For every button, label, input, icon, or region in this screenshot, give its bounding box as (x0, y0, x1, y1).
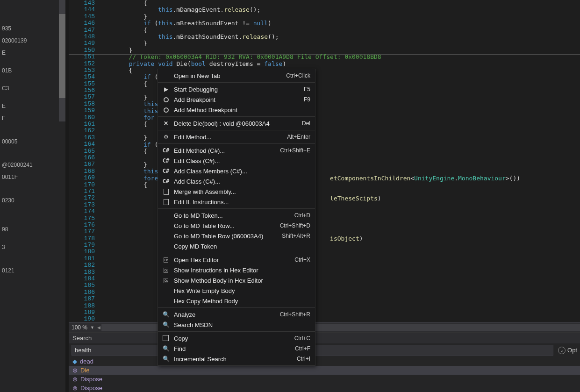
search-result-item[interactable]: ◆dead (69, 357, 580, 366)
blank-icon (162, 211, 170, 220)
tree-item[interactable]: 0121 (0, 266, 65, 275)
menu-item[interactable]: C#Edit Method (C#)...Ctrl+Shift+E (158, 145, 315, 156)
menu-item-label: Show Instructions in Hex Editor (174, 267, 310, 274)
blank-icon (162, 286, 170, 295)
tree-item[interactable] (0, 155, 65, 157)
sidebar-scrollbar-thumb[interactable] (59, 14, 65, 98)
tree-item[interactable]: 00005 (0, 137, 65, 146)
tree-item[interactable] (0, 185, 65, 187)
tree-item[interactable]: C3 (0, 84, 65, 93)
line-number: 183 (69, 269, 95, 276)
csharp-icon: C# (162, 157, 170, 165)
menu-item[interactable]: C#Add Class Members (C#)... (158, 166, 315, 176)
tree-item[interactable] (0, 220, 65, 221)
menu-item[interactable]: Hex Write Empty Body (158, 285, 315, 296)
menu-item[interactable]: Open in New TabCtrl+Click (158, 71, 315, 81)
tree-item[interactable]: @02000241 (0, 161, 65, 169)
tree-item[interactable]: 01B (0, 66, 65, 75)
menu-item-label: Analyze (174, 311, 280, 318)
menu-item-shortcut: Ctrl+Shift+R (280, 311, 310, 318)
code-line[interactable]: { (100, 0, 580, 7)
code-line[interactable]: { (100, 27, 580, 34)
code-line[interactable]: if (this.mBreathSoundEvent != null) (100, 20, 580, 27)
tree-item[interactable]: E (0, 102, 65, 110)
line-number: 143 (69, 0, 95, 7)
assembly-tree-panel[interactable]: 93502000139E01BC3EF00005@020002410011F02… (0, 0, 65, 392)
tree-item[interactable]: 935 (0, 24, 65, 33)
tree-item[interactable] (0, 78, 65, 80)
menu-item-label: Start Debugging (174, 86, 304, 93)
menu-item[interactable]: Go to MD Table Row (060003A4)Shift+Alt+R (158, 231, 315, 241)
tree-item[interactable] (0, 261, 65, 263)
tree-item[interactable]: 0230 (0, 196, 65, 205)
tree-item[interactable]: 3 (0, 243, 65, 251)
zoom-level[interactable]: 100 % (72, 324, 87, 331)
tree-item[interactable] (0, 208, 65, 210)
tree-item[interactable] (0, 237, 65, 239)
tree-item[interactable] (0, 96, 65, 98)
tree-item[interactable] (0, 150, 65, 151)
menu-item[interactable]: ⚙Edit Method...Alt+Enter (158, 132, 315, 142)
menu-item-label: Hex Write Empty Body (174, 287, 310, 294)
menu-item-shortcut: Ctrl+F (295, 345, 310, 352)
menu-item[interactable]: 🔍FindCtrl+F (158, 343, 315, 354)
menu-item-label: Copy (174, 335, 294, 342)
menu-item[interactable]: Merge with Assembly... (158, 186, 315, 197)
search-icon: 🔍 (162, 344, 170, 353)
menu-item[interactable]: 🔍Search MSDN (158, 320, 315, 330)
tree-item[interactable]: E (0, 49, 65, 57)
menu-item[interactable]: Copy MD Token (158, 241, 315, 251)
menu-item[interactable]: Add Method Breakpoint (158, 105, 315, 115)
menu-item[interactable]: 0xOpen Hex EditorCtrl+X (158, 255, 315, 265)
tree-item[interactable] (0, 61, 65, 63)
menu-item[interactable]: Hex Copy Method Body (158, 296, 315, 306)
context-menu[interactable]: Open in New TabCtrl+Click▶Start Debuggin… (158, 69, 315, 366)
code-line[interactable]: this.mBreathSoundEvent.release(); (100, 34, 580, 40)
breakpoint-icon (162, 106, 170, 114)
menu-item-shortcut: Ctrl+I (297, 356, 310, 362)
code-line[interactable]: } (100, 14, 580, 20)
menu-item[interactable]: Add BreakpointF9 (158, 94, 315, 105)
menu-item[interactable]: ▶Start DebuggingF5 (158, 84, 315, 94)
tree-item[interactable]: 0011F (0, 173, 65, 181)
menu-item[interactable]: 0xShow Instructions in Hex Editor (158, 265, 315, 275)
tree-item[interactable] (0, 132, 65, 134)
menu-item[interactable]: Go to MD Token...Ctrl+D (158, 210, 315, 221)
search-options-button[interactable]: ⌄ Opt (558, 347, 577, 354)
method-icon: ⊚ (72, 367, 78, 374)
menu-item[interactable]: 🔍AnalyzeCtrl+Shift+R (158, 309, 315, 320)
menu-item-label: Edit Method... (174, 134, 287, 141)
tree-item[interactable] (0, 214, 65, 216)
code-line[interactable]: // Token: 0x060003A4 RID: 932 RVA: 0x000… (100, 54, 580, 60)
tree-item[interactable]: F (0, 114, 65, 122)
zoom-dropdown-icon[interactable]: ▼ (90, 325, 94, 330)
hscroll-left-icon[interactable]: ◀ (97, 325, 100, 330)
menu-item[interactable]: ✕Delete Die(bool) : void @060003A4Del (158, 118, 315, 128)
search-result-item[interactable]: ⊚Die (69, 366, 580, 375)
tree-item[interactable]: 02000139 (0, 36, 65, 45)
menu-item[interactable]: 0xShow Method Body in Hex Editor (158, 275, 315, 285)
code-line[interactable]: this.mDamageEvent.release(); (100, 7, 580, 13)
menu-item[interactable]: CopyCtrl+C (158, 333, 315, 343)
tree-item[interactable] (0, 191, 65, 192)
search-result-item[interactable]: ⊚Dispose (69, 384, 580, 392)
tree-item[interactable]: 98 (0, 225, 65, 234)
code-line[interactable]: } (100, 47, 580, 54)
tree-item[interactable] (0, 255, 65, 257)
menu-item[interactable]: C#Add Class (C#)... (158, 176, 315, 186)
menu-item[interactable]: Go to MD Table Row...Ctrl+Shift+D (158, 221, 315, 231)
sidebar-scrollbar-track[interactable] (59, 0, 65, 121)
code-editor[interactable]: 1431441451461471481491501511521531541551… (69, 0, 580, 321)
search-result-item[interactable]: ⊚Dispose (69, 375, 580, 384)
menu-item[interactable]: 🔍Incremental SearchCtrl+I (158, 354, 315, 364)
menu-item[interactable]: Edit IL Instructions... (158, 197, 315, 207)
tree-item[interactable] (0, 126, 65, 128)
line-number: 153 (69, 67, 95, 74)
code-line[interactable]: } (100, 40, 580, 47)
line-number: 175 (69, 215, 95, 222)
menu-item[interactable]: C#Edit Class (C#)... (158, 156, 315, 166)
line-number: 166 (69, 155, 95, 161)
menu-item-label: Copy MD Token (174, 243, 310, 250)
code-line[interactable]: private void Die(bool destroyItems = fal… (100, 61, 580, 67)
line-number: 184 (69, 276, 95, 282)
